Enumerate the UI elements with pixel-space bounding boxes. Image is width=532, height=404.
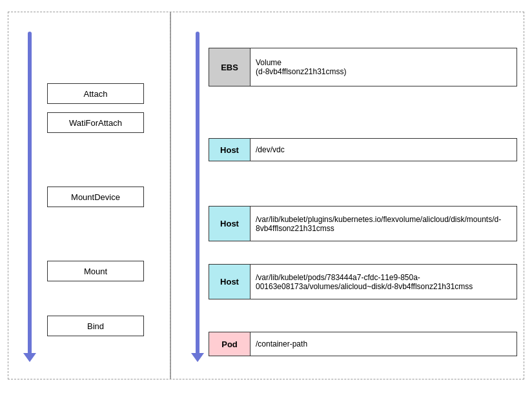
path-row-pod-container: Pod/container-path [209, 332, 517, 356]
path-label-host-pods: Host [209, 264, 251, 299]
right-flow-arrow [196, 32, 200, 354]
path-label-pod-container: Pod [209, 332, 251, 356]
path-value-host-dev: /dev/vdc [251, 138, 517, 161]
path-label-ebs-volume: EBS [209, 48, 251, 86]
path-row-ebs-volume: EBSVolume (d-8vb4fflsonz21h31cmss) [209, 48, 517, 86]
op-box-mount-device: MountDevice [47, 187, 144, 207]
column-divider [170, 12, 171, 379]
path-label-host-flex: Host [209, 206, 251, 241]
op-box-mount: Mount [47, 261, 144, 281]
path-label-host-dev: Host [209, 138, 251, 161]
op-box-bind: Bind [47, 316, 144, 336]
left-flow-arrow [28, 32, 32, 354]
path-value-ebs-volume: Volume (d-8vb4fflsonz21h31cmss) [251, 48, 517, 86]
path-row-host-pods: Host/var/lib/kubelet/pods/783444a7-cfdc-… [209, 264, 517, 299]
diagram-container: AttachWatiForAttachMountDeviceMountBind … [8, 12, 524, 379]
op-box-attach: Attach [47, 83, 144, 104]
path-value-host-pods: /var/lib/kubelet/pods/783444a7-cfdc-11e9… [251, 264, 517, 299]
op-box-wait-for-attach: WatiForAttach [47, 112, 144, 133]
path-value-host-flex: /var/lib/kubelet/plugins/kubernetes.io/f… [251, 206, 517, 241]
path-row-host-dev: Host/dev/vdc [209, 138, 517, 161]
path-row-host-flex: Host/var/lib/kubelet/plugins/kubernetes.… [209, 206, 517, 241]
path-value-pod-container: /container-path [251, 332, 517, 356]
